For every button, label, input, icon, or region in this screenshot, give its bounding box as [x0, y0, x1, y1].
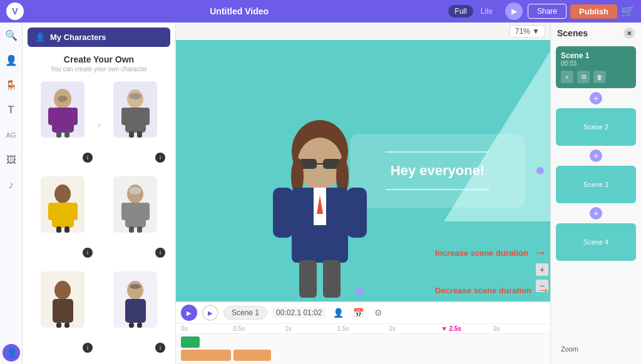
scenes-close-button[interactable]: ✕	[623, 28, 635, 39]
scene-1-actions: + ⧉ 🗑	[561, 71, 631, 83]
svg-rect-49	[323, 260, 341, 298]
canvas-handle-right[interactable]	[536, 167, 544, 174]
timeline-play-button[interactable]: ▶	[181, 305, 197, 321]
app-logo: V	[6, 3, 24, 20]
ruler-0: 0s	[181, 325, 233, 332]
ruler-05: 0.5s	[233, 325, 285, 332]
timeline-area: ▶ ▶ Scene 1 00:02.1 01:02 👤 📅 ⚙ 0s 0.5s	[176, 301, 550, 364]
canvas-character	[257, 114, 382, 301]
svg-rect-47	[347, 188, 367, 238]
svg-rect-25	[137, 226, 142, 233]
mode-lite-button[interactable]: Lite	[474, 5, 499, 18]
track-green[interactable]	[181, 336, 200, 348]
svg-rect-9	[121, 108, 128, 125]
create-your-own-label[interactable]: Create Your Own	[23, 52, 175, 66]
scene-2-add-btn[interactable]: +	[551, 149, 641, 162]
share-button[interactable]: Share	[528, 4, 567, 19]
scene-4-thumb[interactable]: Scene 4	[556, 223, 636, 261]
track-orange-1[interactable]	[181, 350, 231, 361]
add-scene-2-icon[interactable]: +	[590, 149, 602, 162]
increase-duration-button[interactable]: +	[536, 263, 548, 276]
decrease-duration-button[interactable]: −	[536, 280, 548, 292]
scene-3-thumb[interactable]: Scene 3	[556, 166, 636, 203]
duration-controls: + −	[536, 263, 548, 292]
svg-rect-3	[71, 108, 78, 125]
scene-3-add-btn[interactable]: +	[551, 207, 641, 220]
char-badge-2: i	[155, 153, 165, 163]
character-4[interactable]: i	[100, 174, 170, 266]
my-characters-header[interactable]: 👤 My Characters	[28, 28, 170, 47]
svg-point-14	[54, 185, 71, 203]
canvas-toolbar: 71% ▼	[176, 23, 550, 40]
svg-rect-10	[143, 108, 150, 125]
scene-1-add-btn[interactable]: +	[551, 92, 641, 104]
add-scene-1-icon[interactable]: +	[590, 92, 602, 104]
sidebar-media-icon[interactable]: 🖼	[4, 153, 19, 168]
timeline-character-icon[interactable]: 👤	[331, 305, 346, 320]
scene-2-thumb[interactable]: Scene 2	[556, 108, 636, 146]
play-icon: ▶	[511, 7, 517, 16]
svg-rect-32	[125, 299, 146, 323]
character-1[interactable]: i ›	[28, 79, 98, 171]
publish-button[interactable]: Publish	[570, 4, 617, 19]
user-avatar[interactable]: 👤	[3, 344, 20, 361]
svg-point-27	[54, 281, 71, 300]
char-badge-6: i	[155, 343, 165, 353]
sidebar-search-icon[interactable]: 🔍	[4, 28, 19, 43]
ruler-25: ▼ 2.5s	[441, 325, 493, 332]
track-orange-2[interactable]	[233, 350, 271, 361]
char-badge-3: i	[83, 248, 93, 258]
svg-rect-33	[129, 323, 134, 328]
svg-rect-4	[56, 131, 61, 138]
timeline-scene-play-button[interactable]: ▶	[202, 305, 218, 321]
svg-rect-15	[52, 203, 74, 228]
play-button[interactable]: ▶	[505, 3, 523, 20]
scenes-label: Scenes	[557, 28, 588, 38]
character-2[interactable]: i	[100, 79, 170, 171]
char-badge-4: i	[155, 248, 165, 258]
sidebar-props-icon[interactable]: AG	[4, 128, 19, 143]
svg-rect-5	[64, 131, 69, 138]
timeline-scene-label: Scene 1	[223, 306, 267, 320]
svg-rect-18	[56, 226, 61, 233]
main-layout: 🔍 👤 🪑 T AG 🖼 ♪ 👤 My Characters Create Yo…	[0, 23, 641, 364]
svg-point-26	[129, 187, 141, 195]
char-badge-1: i	[83, 153, 93, 163]
mode-toggle: Full Lite	[448, 5, 499, 18]
svg-point-6	[58, 96, 68, 102]
svg-rect-1	[52, 108, 74, 133]
scene-1-block[interactable]: Scene 1 00:03 + ⧉ 🗑	[556, 46, 636, 88]
characters-panel: 👤 My Characters Create Your Own You can …	[23, 23, 176, 364]
topbar: V Untitled Video Full Lite ▶ Share Publi…	[0, 0, 641, 23]
sidebar-text-icon[interactable]: T	[4, 103, 19, 118]
svg-rect-22	[121, 203, 128, 220]
scene-add-button[interactable]: +	[561, 71, 573, 83]
sidebar-audio-icon[interactable]: ♪	[4, 178, 19, 193]
scenes-header: Scenes ✕	[551, 23, 641, 44]
character-6[interactable]: i	[100, 269, 170, 361]
svg-rect-2	[48, 108, 54, 125]
zoom-control[interactable]: 71% ▼	[510, 25, 545, 38]
timeline-calendar-icon[interactable]: 📅	[351, 305, 366, 320]
sidebar-scenes-icon[interactable]: 🪑	[4, 78, 19, 93]
add-scene-3-icon[interactable]: +	[590, 207, 602, 220]
scene-delete-button[interactable]: 🗑	[593, 71, 606, 83]
timeline-settings-icon[interactable]: ⚙	[371, 305, 386, 320]
svg-rect-28	[53, 299, 73, 323]
svg-point-13	[129, 93, 141, 99]
video-title[interactable]: Untitled Video	[30, 6, 448, 16]
canvas-area: 71% ▼ Hey everyone!	[176, 23, 550, 364]
scene-copy-button[interactable]: ⧉	[577, 71, 590, 83]
user-icon: 👤	[35, 33, 45, 42]
svg-rect-16	[48, 203, 54, 220]
mode-full-button[interactable]: Full	[448, 5, 473, 18]
canvas[interactable]: Hey everyone!	[176, 40, 550, 301]
speech-top-line	[386, 151, 490, 153]
characters-grid: i › i	[23, 76, 175, 364]
cart-icon[interactable]: 🛒	[621, 4, 635, 18]
sidebar-characters-icon[interactable]: 👤	[4, 53, 19, 68]
character-3[interactable]: i	[28, 174, 98, 266]
my-characters-label: My Characters	[50, 33, 106, 42]
character-5[interactable]: i	[28, 269, 98, 361]
canvas-handle-bottom[interactable]	[356, 288, 363, 295]
